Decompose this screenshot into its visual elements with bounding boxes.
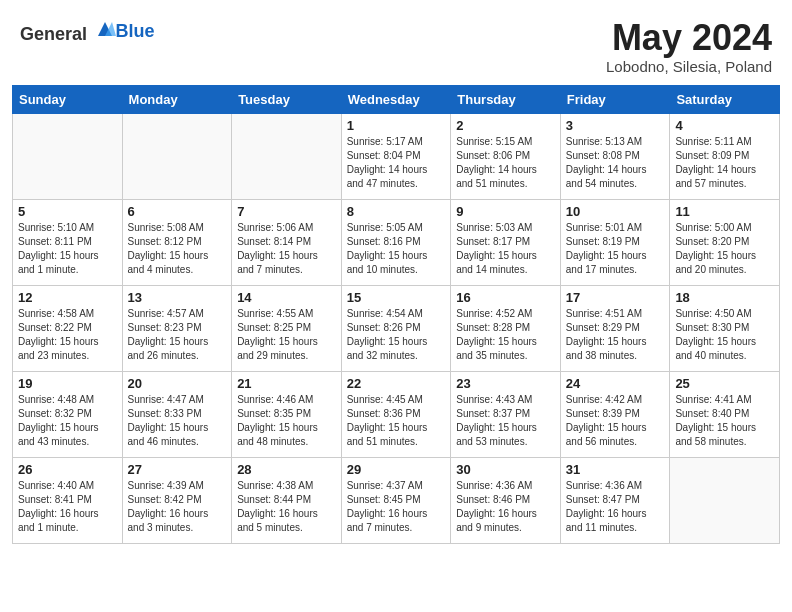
day-number: 26 (18, 462, 117, 477)
cell-text-line: Sunrise: 4:38 AM (237, 479, 336, 493)
calendar-cell: 16Sunrise: 4:52 AMSunset: 8:28 PMDayligh… (451, 285, 561, 371)
cell-text-line: Sunrise: 5:15 AM (456, 135, 555, 149)
cell-text-line: Sunrise: 4:54 AM (347, 307, 446, 321)
cell-text-line: Sunset: 8:17 PM (456, 235, 555, 249)
cell-text-line: and 1 minute. (18, 263, 117, 277)
day-number: 3 (566, 118, 665, 133)
cell-text-line: and 35 minutes. (456, 349, 555, 363)
cell-text-line: Daylight: 16 hours (456, 507, 555, 521)
cell-text-line: Sunset: 8:19 PM (566, 235, 665, 249)
day-number: 13 (128, 290, 227, 305)
month-title: May 2024 (606, 18, 772, 58)
cell-text-line: Daylight: 15 hours (456, 421, 555, 435)
cell-text-line: Daylight: 15 hours (347, 249, 446, 263)
cell-text-line: Sunset: 8:06 PM (456, 149, 555, 163)
day-number: 17 (566, 290, 665, 305)
calendar-cell: 21Sunrise: 4:46 AMSunset: 8:35 PMDayligh… (232, 371, 342, 457)
cell-text-line: Sunrise: 4:39 AM (128, 479, 227, 493)
cell-text-line: and 43 minutes. (18, 435, 117, 449)
cell-text-line: Daylight: 15 hours (18, 421, 117, 435)
cell-text-line: Daylight: 15 hours (675, 421, 774, 435)
day-header-wednesday: Wednesday (341, 85, 451, 113)
cell-text-line: Sunrise: 4:58 AM (18, 307, 117, 321)
cell-text-line: Daylight: 16 hours (347, 507, 446, 521)
cell-text-line: Daylight: 14 hours (566, 163, 665, 177)
cell-text-line: and 54 minutes. (566, 177, 665, 191)
calendar-cell: 14Sunrise: 4:55 AMSunset: 8:25 PMDayligh… (232, 285, 342, 371)
location-title: Lobodno, Silesia, Poland (606, 58, 772, 75)
cell-text-line: Daylight: 15 hours (675, 249, 774, 263)
cell-text-line: Sunset: 8:46 PM (456, 493, 555, 507)
cell-text-line: Daylight: 15 hours (18, 249, 117, 263)
cell-text-line: Sunset: 8:20 PM (675, 235, 774, 249)
cell-text-line: Sunset: 8:32 PM (18, 407, 117, 421)
day-number: 5 (18, 204, 117, 219)
cell-text-line: and 38 minutes. (566, 349, 665, 363)
cell-text-line: Sunrise: 4:40 AM (18, 479, 117, 493)
cell-text-line: and 26 minutes. (128, 349, 227, 363)
cell-text-line: and 17 minutes. (566, 263, 665, 277)
cell-text-line: and 51 minutes. (456, 177, 555, 191)
cell-text-line: Sunset: 8:12 PM (128, 235, 227, 249)
day-header-friday: Friday (560, 85, 670, 113)
logo: General Blue (20, 18, 155, 45)
day-number: 7 (237, 204, 336, 219)
cell-text-line: Sunset: 8:41 PM (18, 493, 117, 507)
calendar-cell: 15Sunrise: 4:54 AMSunset: 8:26 PMDayligh… (341, 285, 451, 371)
cell-text-line: Sunrise: 4:36 AM (456, 479, 555, 493)
cell-text-line: Daylight: 15 hours (237, 249, 336, 263)
cell-text-line: and 3 minutes. (128, 521, 227, 535)
cell-text-line: and 1 minute. (18, 521, 117, 535)
cell-text-line: Sunrise: 4:52 AM (456, 307, 555, 321)
day-number: 28 (237, 462, 336, 477)
day-header-sunday: Sunday (13, 85, 123, 113)
cell-text-line: and 58 minutes. (675, 435, 774, 449)
day-number: 20 (128, 376, 227, 391)
calendar-header-row: SundayMondayTuesdayWednesdayThursdayFrid… (13, 85, 780, 113)
cell-text-line: and 47 minutes. (347, 177, 446, 191)
calendar-cell (232, 113, 342, 199)
cell-text-line: Sunset: 8:23 PM (128, 321, 227, 335)
day-number: 18 (675, 290, 774, 305)
cell-text-line: Sunset: 8:04 PM (347, 149, 446, 163)
cell-text-line: Sunrise: 4:36 AM (566, 479, 665, 493)
cell-text-line: Sunrise: 4:50 AM (675, 307, 774, 321)
cell-text-line: Sunset: 8:25 PM (237, 321, 336, 335)
cell-text-line: and 11 minutes. (566, 521, 665, 535)
day-number: 12 (18, 290, 117, 305)
day-number: 22 (347, 376, 446, 391)
cell-text-line: Daylight: 14 hours (456, 163, 555, 177)
day-number: 31 (566, 462, 665, 477)
cell-text-line: Daylight: 16 hours (18, 507, 117, 521)
day-number: 21 (237, 376, 336, 391)
calendar-cell: 24Sunrise: 4:42 AMSunset: 8:39 PMDayligh… (560, 371, 670, 457)
cell-text-line: Sunrise: 5:17 AM (347, 135, 446, 149)
calendar-cell (13, 113, 123, 199)
cell-text-line: Sunrise: 5:01 AM (566, 221, 665, 235)
cell-text-line: Sunrise: 4:57 AM (128, 307, 227, 321)
header: General Blue May 2024 Lobodno, Silesia, … (0, 0, 792, 85)
title-area: May 2024 Lobodno, Silesia, Poland (606, 18, 772, 75)
day-number: 8 (347, 204, 446, 219)
calendar-cell: 28Sunrise: 4:38 AMSunset: 8:44 PMDayligh… (232, 457, 342, 543)
calendar-cell: 29Sunrise: 4:37 AMSunset: 8:45 PMDayligh… (341, 457, 451, 543)
cell-text-line: Sunrise: 5:00 AM (675, 221, 774, 235)
day-number: 19 (18, 376, 117, 391)
calendar-cell: 30Sunrise: 4:36 AMSunset: 8:46 PMDayligh… (451, 457, 561, 543)
day-number: 27 (128, 462, 227, 477)
calendar-cell: 11Sunrise: 5:00 AMSunset: 8:20 PMDayligh… (670, 199, 780, 285)
cell-text-line: and 56 minutes. (566, 435, 665, 449)
calendar-cell: 18Sunrise: 4:50 AMSunset: 8:30 PMDayligh… (670, 285, 780, 371)
cell-text-line: Sunrise: 4:55 AM (237, 307, 336, 321)
calendar-cell: 9Sunrise: 5:03 AMSunset: 8:17 PMDaylight… (451, 199, 561, 285)
cell-text-line: Sunset: 8:40 PM (675, 407, 774, 421)
cell-text-line: Sunset: 8:29 PM (566, 321, 665, 335)
cell-text-line: Sunset: 8:11 PM (18, 235, 117, 249)
cell-text-line: and 7 minutes. (347, 521, 446, 535)
cell-text-line: and 29 minutes. (237, 349, 336, 363)
cell-text-line: Daylight: 15 hours (347, 335, 446, 349)
calendar-table: SundayMondayTuesdayWednesdayThursdayFrid… (12, 85, 780, 544)
cell-text-line: Daylight: 16 hours (237, 507, 336, 521)
cell-text-line: Sunset: 8:33 PM (128, 407, 227, 421)
cell-text-line: Sunrise: 4:43 AM (456, 393, 555, 407)
